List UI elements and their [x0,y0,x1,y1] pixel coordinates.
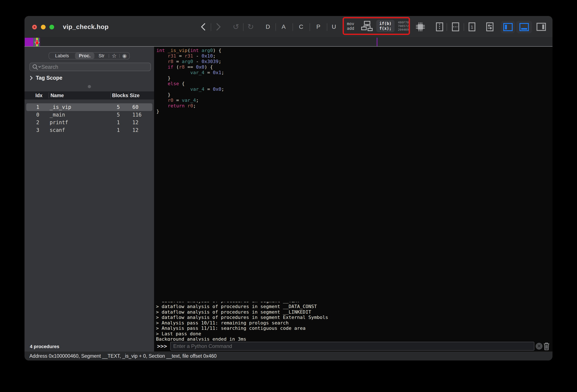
toggle-left-panel-button[interactable] [501,21,515,33]
procedure-cell: scanf [50,127,65,133]
assembly-view-button[interactable]: mov add [347,21,354,31]
tab-labels[interactable]: Labels [49,53,75,59]
data-mode-button[interactable]: D [264,16,271,37]
search-input[interactable] [41,64,148,70]
disclosure-chevron-icon [30,76,33,80]
procedure-cell: _main [50,112,65,118]
nav-cursor-line [377,38,377,46]
procedure-cell: 116 [132,112,142,118]
current-position-arrow-icon [34,38,40,47]
pseudocode-view-line2: f(x); [379,26,392,31]
code-line[interactable]: r8 = arg0 - 0x3039; [156,59,552,64]
code-token: - [193,53,202,59]
header-blocks[interactable]: Blocks [112,93,128,98]
back-button[interactable] [200,16,207,37]
code-token: = [173,98,182,103]
code-token: 0x10 [202,53,213,59]
code-token: { [179,81,185,86]
cfg-view-button[interactable] [361,21,373,31]
redo-button[interactable]: ↻ [247,16,254,37]
clear-input-button[interactable]: ✕ [536,343,542,350]
single-view-button[interactable]: 1 [468,16,476,37]
circle-x-icon: ✕ [537,343,541,349]
undefined-mode-button[interactable]: U [330,16,337,37]
tag-scope-disclosure[interactable]: Tag Scope [30,75,62,81]
close-window-button[interactable] [32,25,37,29]
single-page-icon: 1 [469,22,475,31]
procedure-row[interactable]: 2printf112 [26,119,152,126]
undo-button[interactable]: ↺ [232,16,239,37]
code-line[interactable]: var_4 = 0x1; [156,70,552,75]
toggle-right-panel-button[interactable] [536,16,546,37]
chevron-left-icon [200,23,206,31]
toggle-bottom-panel-button[interactable] [516,21,532,33]
code-line[interactable]: int _is_vip(int arg0) { [156,48,552,53]
code-token: ( [187,48,190,53]
search-field[interactable] [29,63,151,71]
code-token [156,81,168,86]
code-token: ( [173,64,179,70]
procedure-row[interactable]: 3scanf112 [26,126,152,134]
splitter-handle[interactable] [88,85,91,88]
code-line[interactable]: } [156,109,552,114]
tab-favorites[interactable]: ☆ [109,53,119,59]
code-line[interactable]: return r0; [156,103,552,109]
swap-panes-button[interactable] [486,16,494,37]
procedure-mode-button[interactable]: P [315,16,322,37]
ascii-mode-button[interactable]: A [280,16,287,37]
control-flow-graph-icon [361,21,373,31]
code-token: if [168,64,174,70]
titlebar: vip_check.hop ↺ ↻ D A C P U mov [25,16,552,37]
procedure-row[interactable]: 0_main5116 [26,111,152,119]
code-mode-button[interactable]: C [297,16,305,37]
code-line[interactable]: else { [156,81,552,86]
code-line[interactable]: r0 = var_4; [156,98,552,103]
tab-procedures[interactable]: Proc. [75,53,94,59]
clear-console-button[interactable] [543,342,550,350]
star-icon: ☆ [112,53,116,59]
procedure-cell: 60 [132,104,139,110]
procedure-cell: 1 [117,119,120,125]
code-token: arg0 [202,48,213,53]
procedure-cell: 5 [117,104,120,110]
forward-button[interactable] [215,16,222,37]
left-panel-icon [503,23,513,31]
pseudocode-view-button[interactable]: if(b) f(x); [376,20,395,32]
tab-tags[interactable]: ◉ [120,53,129,59]
code-line[interactable]: } [156,75,552,81]
prompt-symbol: >>> [157,341,167,352]
log-console[interactable]: > dataflow analysis of procedures in seg… [154,302,552,341]
cpu-settings-button[interactable] [415,16,426,37]
code-line[interactable]: if (r8 == 0x0) { [156,64,552,70]
python-command-input[interactable] [170,342,534,351]
code-token: _is_vip [168,48,187,53]
split-horizontal-button[interactable] [452,16,459,37]
code-token [165,48,168,53]
header-size[interactable]: Size [130,93,140,98]
hex-line1: 486F70 [398,21,409,24]
procedure-row[interactable]: 1_is_vip560 [26,103,152,111]
header-idx[interactable]: Idx [35,93,42,98]
code-line[interactable]: r31 = r31 - 0x10; [156,53,552,59]
hex-view-button[interactable]: 486F70 706572 204469 [398,21,409,32]
code-token: 0x0 [213,86,221,92]
code-token [156,98,168,103]
code-token: ; [218,59,221,64]
zoom-window-button[interactable] [49,25,54,29]
app-window: vip_check.hop ↺ ↻ D A C P U mov [25,16,552,360]
procedure-table-header[interactable]: Idx Name Blocks Size [25,91,154,100]
code-token [156,86,190,92]
tab-strings[interactable]: Str [94,53,109,59]
segment-navigation-bar[interactable] [25,37,552,46]
minimize-window-button[interactable] [41,25,46,29]
code-token: r0 [187,103,193,108]
console-line: > dataflow analysis of procedures in seg… [156,315,552,320]
pseudocode-view[interactable]: int _is_vip(int arg0) { r31 = r31 - 0x10… [154,47,552,303]
split-vertical-button[interactable] [436,16,443,37]
code-line[interactable]: } [156,92,552,98]
header-name[interactable]: Name [50,93,64,98]
code-token: ; [196,98,199,103]
code-token: - [193,59,202,64]
code-line[interactable]: var_4 = 0x0; [156,86,552,92]
code-token: ; [213,53,216,59]
